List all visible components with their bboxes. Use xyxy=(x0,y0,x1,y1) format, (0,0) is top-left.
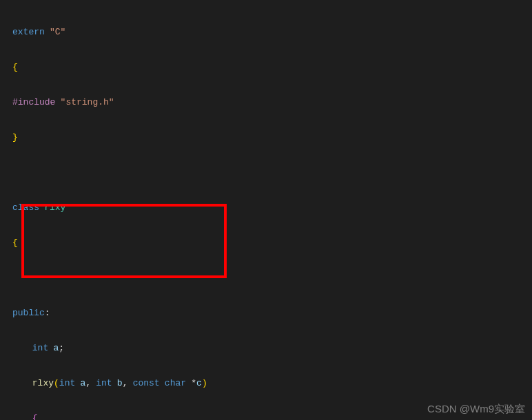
keyword-extern: extern xyxy=(12,26,45,38)
keyword-int: int xyxy=(59,377,75,389)
code-line[interactable]: { xyxy=(12,61,532,73)
ctor-name: rlxy xyxy=(32,377,54,389)
code-line[interactable]: public: xyxy=(12,307,532,319)
paren-close: ) xyxy=(202,377,207,389)
watermark: CSDN @Wm9实验室 xyxy=(427,403,525,414)
code-line[interactable]: rlxy(inta,intb,constchar*c) xyxy=(12,377,532,389)
keyword-int: int xyxy=(32,342,48,354)
code-line[interactable]: inta; xyxy=(12,342,532,354)
brace-open: { xyxy=(32,412,38,420)
code-line[interactable]: } xyxy=(12,132,532,143)
comma: , xyxy=(85,377,91,389)
class-name: rlxy xyxy=(44,202,65,213)
code-line[interactable]: extern"C" xyxy=(12,26,532,38)
keyword-class: class xyxy=(12,202,39,213)
var-a: a xyxy=(53,342,59,354)
keyword-int: int xyxy=(96,377,112,389)
param-a: a xyxy=(80,377,85,389)
code-line[interactable]: classrlxy xyxy=(12,202,532,213)
keyword-char: char xyxy=(165,377,186,389)
string-literal: "C" xyxy=(50,26,65,38)
code-line[interactable] xyxy=(12,272,532,284)
param-b: b xyxy=(117,377,123,389)
semi: ; xyxy=(59,342,64,354)
brace-open: { xyxy=(12,237,18,249)
code-line[interactable]: { xyxy=(12,237,532,249)
code-line[interactable]: #include"string.h" xyxy=(12,96,532,108)
code-editor[interactable]: extern"C" { #include"string.h" } classrl… xyxy=(12,0,532,420)
paren-open: ( xyxy=(54,377,59,389)
comma: , xyxy=(123,377,128,389)
colon: : xyxy=(45,307,50,319)
keyword-const: const xyxy=(133,377,160,389)
brace-open: { xyxy=(12,61,18,73)
preproc-include: #include xyxy=(12,96,55,108)
code-line[interactable] xyxy=(12,167,532,178)
brace-close: } xyxy=(12,132,18,143)
keyword-public: public xyxy=(12,307,45,319)
star: * xyxy=(191,377,196,389)
string-literal: "string.h" xyxy=(61,96,114,108)
param-c: c xyxy=(196,377,202,389)
